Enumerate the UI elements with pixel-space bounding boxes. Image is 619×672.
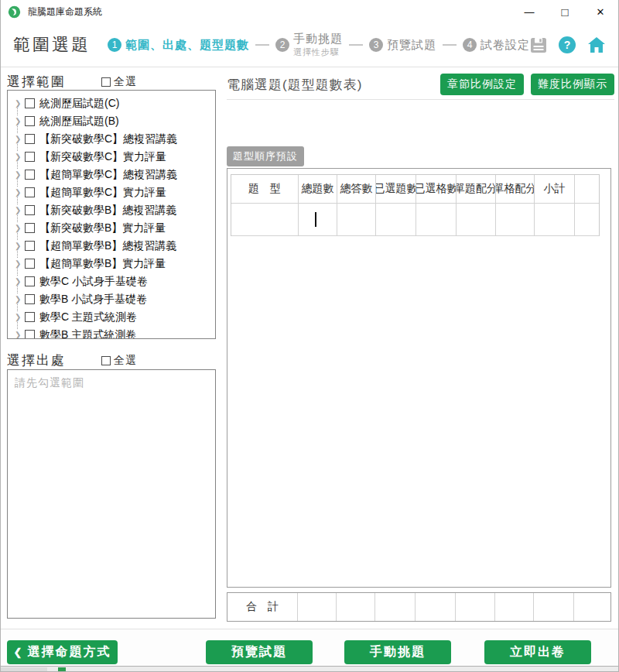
main-panel-header: 電腦選題(題型題數表) 章節比例設定 難度比例顯示 [227,74,614,97]
range-item-label: 【超簡單數學B】實力評量 [39,257,166,271]
chevron-expand-icon[interactable]: ❯ [15,295,25,303]
close-button[interactable]: ✕ [583,0,618,23]
table-cell[interactable] [575,204,599,236]
chevron-expand-icon[interactable]: ❯ [15,170,25,179]
preview-questions-button[interactable]: 預覽試題 [206,640,313,664]
range-item-label: 【新突破數學B】實力評量 [39,221,166,235]
chevron-expand-icon[interactable]: ❯ [15,117,25,125]
question-type-table: 題 型總題數總答數已選題數已選格數單題配分單格配分小計 [231,174,600,236]
column-header: 單格配分 [496,175,535,204]
table-cell[interactable] [231,204,299,236]
step-1-range[interactable]: 1 範圍、出處、題型題數 [108,38,249,53]
range-item-checkbox[interactable] [25,259,35,269]
range-tree-item[interactable]: ❯ 統測歷屆試題(B) [8,112,215,130]
range-item-label: 統測歷屆試題(C) [39,97,119,111]
range-item-checkbox[interactable] [25,98,35,108]
chevron-expand-icon[interactable]: ❯ [15,277,25,286]
range-select-all[interactable]: 全選 [101,75,137,89]
app-window: 龍騰題庫命題系統 — □ ✕ 範圍選題 1 範圍、出處、題型題數 2 手動挑題 … [0,0,619,672]
difficulty-ratio-button[interactable]: 難度比例顯示 [531,74,614,95]
range-tree-item[interactable]: ❯ 數學B 主題式統測卷 [8,326,215,339]
range-tree-item[interactable]: ❯ 【新突破數學C】總複習講義 [8,130,215,148]
table-cell[interactable] [416,204,457,236]
range-item-label: 數學C 小試身手基礎卷 [39,275,148,289]
generate-paper-button[interactable]: 立即出卷 [484,640,591,664]
table-cell[interactable] [299,204,337,236]
range-item-checkbox[interactable] [25,205,35,215]
range-item-checkbox[interactable] [25,116,35,126]
desktop-strip-accent [58,667,66,671]
range-tree-item[interactable]: ❯ 數學C 小試身手基礎卷 [8,273,215,290]
range-item-checkbox[interactable] [25,134,35,144]
range-tree-item[interactable]: ❯ 數學B 小試身手基礎卷 [8,290,215,308]
range-tree-item[interactable]: ❯ 【新突破數學B】總複習講義 [8,201,215,219]
manual-pick-button[interactable]: 手動挑題 [344,640,451,664]
desktop-strip-segment [1,667,47,671]
chevron-expand-icon[interactable]: ❯ [15,331,25,339]
range-tree-item[interactable]: ❯ 統測歷屆試題(C) [8,94,215,112]
chevron-expand-icon[interactable]: ❯ [15,188,25,197]
range-tree-item[interactable]: ❯ 【超簡單數學C】實力評量 [8,183,215,201]
table-cell[interactable] [337,204,376,236]
range-item-label: 【新突破數學C】實力評量 [39,150,166,164]
chevron-expand-icon[interactable]: ❯ [15,313,25,321]
range-item-checkbox[interactable] [25,187,35,197]
source-select-all[interactable]: 全選 [101,354,137,368]
range-item-checkbox[interactable] [25,294,35,304]
panel-divider [227,99,614,100]
range-select-all-checkbox[interactable] [101,77,111,87]
table-total-row: 合 計 [227,592,611,622]
total-cell [416,593,456,621]
step-connector [349,44,363,46]
range-item-checkbox[interactable] [25,276,35,286]
help-icon[interactable]: ? [559,36,576,53]
step-connector [443,44,457,46]
chevron-expand-icon[interactable]: ❯ [15,153,25,161]
chevron-expand-icon[interactable]: ❯ [15,135,25,143]
source-list: 請先勾選範圍 [7,369,216,619]
table-cell[interactable] [376,204,416,236]
column-header [575,175,599,204]
desktop-strip [1,666,618,671]
chevron-expand-icon[interactable]: ❯ [15,99,25,108]
table-cell[interactable] [535,204,575,236]
step-4-paper-settings[interactable]: 4 試卷設定 [463,38,530,53]
range-item-checkbox[interactable] [25,152,35,162]
page-header: 範圍選題 1 範圍、出處、題型題數 2 手動挑題 選擇性步驟 3 預覽試題 4 [1,23,618,67]
step-3-preview[interactable]: 3 預覽試題 [369,38,436,53]
column-header: 已選格數 [416,175,457,204]
table-cell[interactable] [457,204,496,236]
range-tree-item[interactable]: ❯ 數學C 主題式統測卷 [8,308,215,326]
range-item-checkbox[interactable] [25,223,35,233]
range-tree-item[interactable]: ❯ 【超簡單數學B】總複習講義 [8,237,215,255]
range-item-checkbox[interactable] [25,312,35,322]
question-type-order-preset-button[interactable]: 題型順序預設 [227,146,304,166]
home-icon[interactable] [587,36,606,53]
window-titlebar: 龍騰題庫命題系統 — □ ✕ [1,0,618,23]
save-icon[interactable] [530,37,547,53]
chapter-ratio-button[interactable]: 章節比例設定 [440,74,524,95]
range-tree-item[interactable]: ❯ 【超簡單數學B】實力評量 [8,255,215,273]
table-cell[interactable] [496,204,535,236]
step-connector [255,44,269,46]
range-item-checkbox[interactable] [25,170,35,180]
range-tree-item[interactable]: ❯ 【新突破數學C】實力評量 [8,148,215,166]
minimize-button[interactable]: — [511,0,547,23]
range-item-checkbox[interactable] [25,330,35,339]
range-tree-item[interactable]: ❯ 【新突破數學B】實力評量 [8,219,215,237]
column-header: 小計 [535,175,575,204]
range-item-label: 【超簡單數學B】總複習講義 [39,239,176,253]
back-to-method-button[interactable]: ❮ 選擇命題方式 [7,640,118,664]
column-header: 總答數 [337,175,376,204]
range-item-checkbox[interactable] [25,241,35,251]
chevron-expand-icon[interactable]: ❯ [15,206,25,214]
range-item-label: 數學B 小試身手基礎卷 [39,293,147,307]
source-select-all-checkbox[interactable] [101,356,111,365]
chevron-expand-icon[interactable]: ❯ [15,259,25,268]
maximize-button[interactable]: □ [547,0,583,23]
step-2-manual-pick[interactable]: 2 手動挑題 選擇性步驟 [275,32,343,58]
range-tree-item[interactable]: ❯ 【超簡單數學C】總複習講義 [8,166,215,183]
range-item-label: 數學B 主題式統測卷 [39,328,136,340]
chevron-expand-icon[interactable]: ❯ [15,242,25,250]
chevron-expand-icon[interactable]: ❯ [15,224,25,232]
